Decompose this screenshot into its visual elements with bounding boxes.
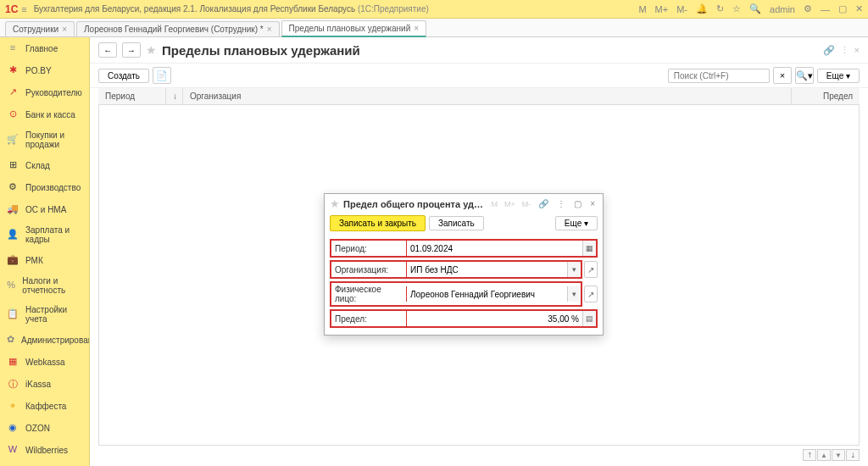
sidebar-label: Webkassa — [25, 358, 65, 367]
sidebar-item-8[interactable]: 👤Зарплата и кадры — [0, 220, 89, 249]
memory-m[interactable]: M — [638, 4, 646, 14]
sidebar-label: PO.BY — [25, 66, 52, 75]
limit-label: Предел: — [331, 313, 406, 325]
dialog-close-icon[interactable]: × — [590, 199, 595, 208]
col-limit[interactable]: Предел — [792, 88, 860, 104]
sidebar-icon: ≡ — [7, 42, 19, 54]
sidebar-icon: ✱ — [7, 64, 19, 76]
table-header: Период ↓ Организация Предел — [98, 88, 860, 105]
sidebar-item-15[interactable]: ●Каффеста — [0, 395, 89, 417]
limit-input[interactable] — [406, 311, 582, 326]
sidebar-label: Производство — [25, 183, 81, 192]
dialog-title: Предел общего процента удержаний ... — [343, 199, 486, 209]
col-organization[interactable]: Организация — [183, 88, 792, 104]
search-button[interactable]: 🔍▾ — [795, 67, 814, 84]
sidebar-item-7[interactable]: 🚚ОС и НМА — [0, 198, 89, 220]
clear-search-icon[interactable]: × — [773, 67, 792, 84]
sidebar-item-3[interactable]: ⊙Банк и касса — [0, 103, 89, 125]
scroll-up-icon[interactable]: ▲ — [817, 449, 831, 461]
dialog-star-icon[interactable]: ★ — [330, 197, 340, 210]
copy-icon[interactable]: 📄 — [153, 67, 171, 84]
sidebar-item-10[interactable]: %Налоги и отчетность — [0, 271, 89, 300]
create-button[interactable]: Создать — [98, 69, 149, 83]
hamburger-icon[interactable]: ≡ — [21, 4, 26, 14]
nav-back-button[interactable]: ← — [98, 42, 117, 58]
scroll-bottom-icon[interactable]: ⤓ — [846, 449, 860, 461]
sidebar-item-1[interactable]: ✱PO.BY — [0, 59, 89, 81]
dialog-kebab-icon[interactable]: ⋮ — [557, 199, 565, 208]
open-org-icon[interactable]: ↗ — [584, 261, 598, 278]
sidebar-item-13[interactable]: ▦Webkassa — [0, 351, 89, 373]
sidebar-icon: ▦ — [7, 356, 19, 368]
settings-icon[interactable]: ⚙ — [804, 3, 812, 14]
memory-mminus[interactable]: M- — [676, 4, 687, 14]
person-label: Физическое лицо: — [331, 283, 406, 305]
scroll-top-icon[interactable]: ⤒ — [803, 449, 816, 461]
dlg-mminus[interactable]: M- — [522, 200, 531, 208]
close-app-icon[interactable]: ✕ — [855, 3, 863, 14]
sidebar-icon: % — [7, 280, 15, 291]
sidebar-label: ОС и НМА — [25, 205, 66, 214]
minimize-icon[interactable]: — — [821, 4, 830, 14]
sidebar-item-11[interactable]: 📋Настройки учета — [0, 300, 89, 329]
organization-label: Организация: — [331, 264, 406, 276]
sidebar-label: OZON — [25, 424, 50, 433]
sidebar-item-5[interactable]: ⊞Склад — [0, 154, 89, 176]
favorite-star-icon[interactable]: ★ — [146, 43, 157, 57]
sidebar-item-0[interactable]: ≡Главное — [0, 37, 89, 59]
sidebar-item-4[interactable]: 🛒Покупки и продажи — [0, 125, 89, 154]
maximize-icon[interactable]: ▢ — [838, 3, 847, 14]
open-person-icon[interactable]: ↗ — [584, 286, 598, 302]
sidebar-label: Зарплата и кадры — [25, 225, 82, 244]
user-label[interactable]: admin — [770, 4, 795, 14]
calendar-icon[interactable]: ▦ — [582, 241, 596, 256]
close-page-icon[interactable]: × — [854, 45, 860, 56]
sidebar-item-12[interactable]: ✿Администрирование — [0, 329, 89, 351]
tab-deduction-limits[interactable]: Пределы плановых удержаний× — [281, 20, 427, 37]
period-input[interactable] — [406, 241, 582, 256]
close-icon[interactable]: × — [267, 25, 272, 34]
dropdown-icon[interactable]: ▾ — [567, 286, 581, 302]
sidebar-item-16[interactable]: ◉OZON — [0, 417, 89, 439]
close-icon[interactable]: × — [414, 24, 419, 33]
sidebar-label: Руководителю — [25, 88, 82, 97]
dropdown-icon[interactable]: ▾ — [567, 262, 581, 277]
history-icon[interactable]: ↻ — [716, 3, 724, 14]
dlg-mplus[interactable]: M+ — [504, 200, 515, 208]
dialog-more-button[interactable]: Еще ▾ — [555, 216, 598, 230]
col-period[interactable]: Период — [98, 88, 166, 104]
more-button[interactable]: Еще ▾ — [817, 69, 860, 83]
sort-indicator[interactable]: ↓ — [166, 88, 183, 104]
dialog-maximize-icon[interactable]: ▢ — [574, 199, 581, 208]
kebab-icon[interactable]: ⋮ — [840, 45, 849, 56]
sidebar-item-9[interactable]: 💼РМК — [0, 249, 89, 271]
tab-employee-detail[interactable]: Лореонов Геннадий Георгиевич (Сотрудник)… — [76, 21, 280, 36]
app-title: Бухгалтерия для Беларуси, редакция 2.1. … — [34, 4, 639, 14]
scroll-controls: ⤒ ▲ ▼ ⤓ — [98, 449, 860, 463]
favorite-icon[interactable]: ☆ — [732, 3, 741, 14]
titlebar: 1C ≡ Бухгалтерия для Беларуси, редакция … — [0, 0, 868, 19]
person-input[interactable] — [406, 286, 567, 302]
sidebar: ≡Главное✱PO.BY↗Руководителю⊙Банк и касса… — [0, 37, 90, 466]
sidebar-item-14[interactable]: ⓘiKassa — [0, 373, 89, 395]
search-input[interactable] — [668, 69, 770, 83]
tab-employees[interactable]: Сотрудники× — [5, 21, 75, 36]
memory-mplus[interactable]: M+ — [655, 4, 669, 14]
sidebar-icon: ✿ — [7, 334, 14, 346]
dlg-m[interactable]: M — [491, 200, 498, 208]
calculator-icon[interactable]: ▤ — [582, 311, 596, 326]
sidebar-item-2[interactable]: ↗Руководителю — [0, 81, 89, 103]
link-icon[interactable]: 🔗 — [823, 45, 835, 56]
dialog-header[interactable]: ★ Предел общего процента удержаний ... M… — [325, 194, 603, 214]
sidebar-item-6[interactable]: ⚙Производство — [0, 176, 89, 198]
organization-input[interactable] — [406, 262, 567, 277]
save-button[interactable]: Записать — [429, 216, 484, 230]
bell-icon[interactable]: 🔔 — [696, 3, 708, 14]
nav-forward-button[interactable]: → — [122, 42, 141, 58]
global-search-icon[interactable]: 🔍 — [749, 3, 761, 14]
scroll-down-icon[interactable]: ▼ — [832, 449, 845, 461]
save-close-button[interactable]: Записать и закрыть — [330, 215, 426, 231]
sidebar-item-17[interactable]: WWildberries — [0, 439, 89, 461]
close-icon[interactable]: × — [62, 25, 67, 34]
dialog-link-icon[interactable]: 🔗 — [538, 199, 548, 208]
